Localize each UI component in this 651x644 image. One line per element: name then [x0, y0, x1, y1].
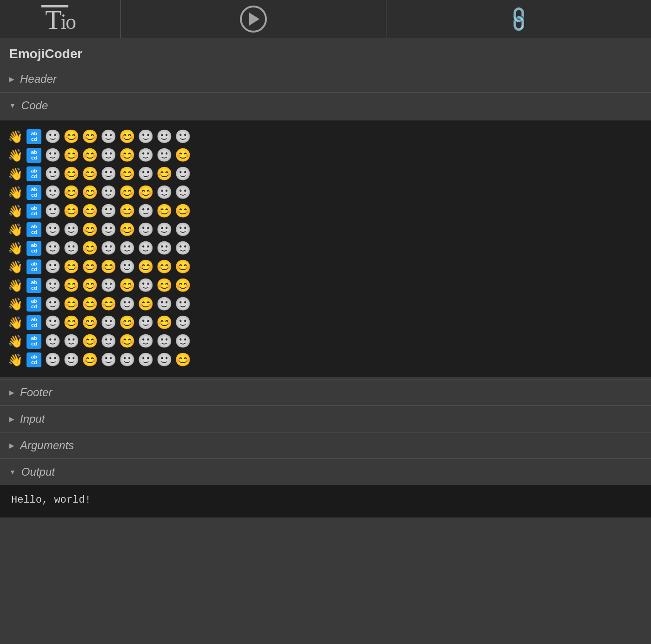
emoji-cell[interactable]: 🙂: [174, 332, 192, 350]
emoji-cell[interactable]: 😊: [62, 128, 80, 146]
emoji-cell[interactable]: 🙂: [137, 128, 154, 146]
emoji-cell[interactable]: 😊: [155, 258, 173, 276]
emoji-cell[interactable]: 🙂: [174, 221, 192, 239]
emoji-cell[interactable]: 👋: [7, 295, 24, 313]
emoji-cell[interactable]: 😊: [62, 314, 80, 332]
emoji-cell[interactable]: abcd: [25, 239, 43, 257]
emoji-cell[interactable]: 😊: [81, 351, 99, 369]
emoji-cell[interactable]: 😊: [81, 239, 99, 257]
emoji-cell[interactable]: 🙂: [174, 295, 192, 313]
emoji-cell[interactable]: 😊: [118, 332, 136, 350]
emoji-cell[interactable]: 🙂: [44, 314, 61, 332]
emoji-cell[interactable]: abcd: [25, 184, 43, 201]
emoji-cell[interactable]: 🙂: [100, 202, 117, 220]
emoji-cell[interactable]: 😊: [62, 146, 80, 164]
emoji-cell[interactable]: 😊: [137, 258, 154, 276]
emoji-cell[interactable]: 🙂: [174, 165, 192, 183]
emoji-cell[interactable]: abcd: [25, 128, 43, 146]
emoji-cell[interactable]: 😊: [62, 277, 80, 294]
emoji-cell[interactable]: 😊: [174, 146, 192, 164]
emoji-cell[interactable]: 🙂: [62, 239, 80, 257]
emoji-cell[interactable]: 😊: [174, 258, 192, 276]
emoji-cell[interactable]: 🙂: [44, 184, 61, 201]
arguments-section-row[interactable]: ▶ Arguments: [0, 432, 651, 458]
emoji-cell[interactable]: 🙂: [174, 184, 192, 201]
emoji-cell[interactable]: 😊: [174, 351, 192, 369]
emoji-cell[interactable]: 😊: [81, 146, 99, 164]
emoji-cell[interactable]: 🙂: [100, 277, 117, 294]
code-editor[interactable]: 👋abcd🙂😊😊🙂😊🙂🙂🙂👋abcd🙂😊😊🙂😊🙂🙂😊👋abcd🙂😊😊🙂😊🙂😊🙂👋…: [0, 120, 651, 377]
emoji-cell[interactable]: 🙂: [137, 314, 154, 332]
emoji-cell[interactable]: 😊: [62, 295, 80, 313]
emoji-cell[interactable]: abcd: [25, 314, 43, 332]
emoji-cell[interactable]: 😊: [81, 221, 99, 239]
emoji-cell[interactable]: 🙂: [155, 184, 173, 201]
emoji-cell[interactable]: 🙂: [44, 351, 61, 369]
emoji-cell[interactable]: 😊: [62, 165, 80, 183]
emoji-cell[interactable]: 🙂: [137, 277, 154, 294]
emoji-cell[interactable]: 🙂: [118, 351, 136, 369]
play-section[interactable]: [121, 0, 386, 38]
emoji-cell[interactable]: 👋: [7, 146, 24, 164]
emoji-cell[interactable]: 👋: [7, 184, 24, 201]
emoji-cell[interactable]: 😊: [155, 165, 173, 183]
emoji-cell[interactable]: 🙂: [62, 332, 80, 350]
emoji-cell[interactable]: 😊: [137, 295, 154, 313]
emoji-cell[interactable]: 🙂: [100, 239, 117, 257]
emoji-cell[interactable]: abcd: [25, 295, 43, 313]
emoji-cell[interactable]: 🙂: [100, 332, 117, 350]
emoji-cell[interactable]: abcd: [25, 277, 43, 294]
footer-section-row[interactable]: ▶ Footer: [0, 379, 651, 405]
emoji-cell[interactable]: abcd: [25, 202, 43, 220]
emoji-cell[interactable]: 🙂: [174, 128, 192, 146]
code-section-row[interactable]: ▼ Code: [0, 93, 651, 119]
emoji-cell[interactable]: 👋: [7, 165, 24, 183]
emoji-cell[interactable]: 🙂: [118, 239, 136, 257]
emoji-cell[interactable]: 🙂: [137, 202, 154, 220]
emoji-cell[interactable]: 👋: [7, 314, 24, 332]
emoji-cell[interactable]: 😊: [62, 202, 80, 220]
emoji-cell[interactable]: 😊: [155, 202, 173, 220]
emoji-cell[interactable]: 🙂: [155, 221, 173, 239]
emoji-cell[interactable]: 😊: [81, 295, 99, 313]
emoji-cell[interactable]: 👋: [7, 202, 24, 220]
emoji-cell[interactable]: 🙂: [100, 146, 117, 164]
emoji-cell[interactable]: 🙂: [137, 221, 154, 239]
emoji-cell[interactable]: 😊: [81, 128, 99, 146]
emoji-cell[interactable]: abcd: [25, 258, 43, 276]
emoji-cell[interactable]: abcd: [25, 221, 43, 239]
emoji-cell[interactable]: 🙂: [174, 314, 192, 332]
emoji-cell[interactable]: 😊: [118, 202, 136, 220]
emoji-cell[interactable]: 😊: [155, 314, 173, 332]
emoji-cell[interactable]: 🙂: [44, 239, 61, 257]
emoji-cell[interactable]: 🙂: [62, 351, 80, 369]
emoji-cell[interactable]: 😊: [81, 165, 99, 183]
emoji-cell[interactable]: 😊: [118, 184, 136, 201]
emoji-cell[interactable]: 😊: [118, 165, 136, 183]
emoji-cell[interactable]: 👋: [7, 277, 24, 294]
emoji-cell[interactable]: 😊: [155, 277, 173, 294]
emoji-cell[interactable]: 🙂: [44, 128, 61, 146]
emoji-cell[interactable]: 😊: [174, 277, 192, 294]
emoji-cell[interactable]: 🙂: [137, 146, 154, 164]
emoji-cell[interactable]: 🙂: [44, 221, 61, 239]
emoji-cell[interactable]: 🙂: [137, 351, 154, 369]
emoji-cell[interactable]: abcd: [25, 332, 43, 350]
emoji-cell[interactable]: 🙂: [137, 239, 154, 257]
emoji-cell[interactable]: 😊: [81, 184, 99, 201]
emoji-cell[interactable]: 👋: [7, 128, 24, 146]
emoji-cell[interactable]: 😊: [137, 184, 154, 201]
link-section[interactable]: 🔗: [386, 0, 651, 38]
play-button[interactable]: [240, 6, 267, 33]
emoji-cell[interactable]: abcd: [25, 351, 43, 369]
emoji-cell[interactable]: 👋: [7, 239, 24, 257]
emoji-cell[interactable]: 🙂: [100, 184, 117, 201]
emoji-cell[interactable]: 😊: [62, 258, 80, 276]
emoji-cell[interactable]: 🙂: [100, 128, 117, 146]
emoji-cell[interactable]: 👋: [7, 221, 24, 239]
emoji-cell[interactable]: 🙂: [100, 351, 117, 369]
emoji-cell[interactable]: 😊: [118, 314, 136, 332]
emoji-cell[interactable]: 🙂: [44, 277, 61, 294]
emoji-cell[interactable]: 🙂: [155, 295, 173, 313]
emoji-cell[interactable]: 🙂: [118, 295, 136, 313]
